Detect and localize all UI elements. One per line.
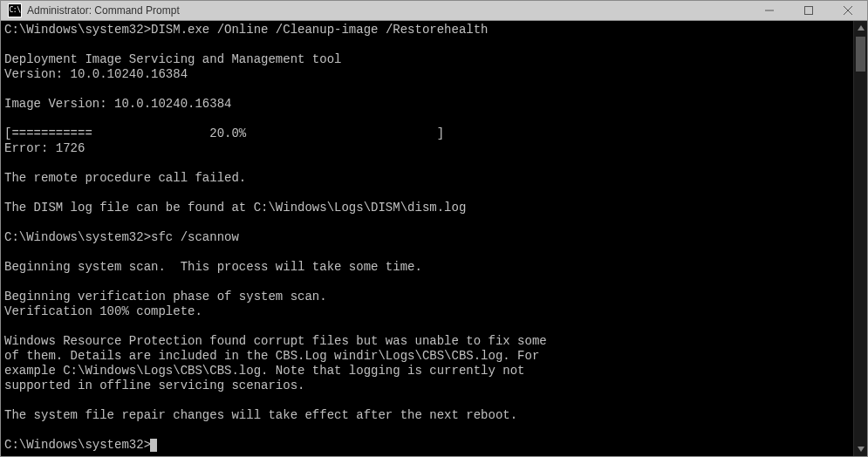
console-line: Beginning verification phase of system s… — [4, 290, 850, 304]
console-line: Windows Resource Protection found corrup… — [4, 334, 850, 349]
console-line: The remote procedure call failed. — [4, 171, 850, 186]
console-line — [4, 82, 850, 97]
console-line: Deployment Image Servicing and Managemen… — [4, 52, 850, 67]
console-line: The DISM log file can be found at C:\Win… — [4, 201, 850, 215]
prompt-text: C:\Windows\system32> — [4, 230, 151, 244]
console-line: C:\Windows\system32> — [4, 438, 850, 453]
console-line: C:\Windows\system32>DISM.exe /Online /Cl… — [4, 23, 850, 38]
console-line — [4, 38, 850, 52]
console-line — [4, 319, 850, 334]
console-line — [4, 423, 850, 438]
console-line: of them. Details are included in the CBS… — [4, 349, 850, 364]
prompt-text: C:\Windows\system32> — [4, 438, 151, 452]
cmd-icon: C:\ — [8, 3, 22, 17]
console-line: Error: 1726 — [4, 141, 850, 156]
console-line: Image Version: 10.0.10240.16384 — [4, 97, 850, 112]
maximize-button[interactable] — [789, 1, 828, 20]
scroll-up-icon[interactable] — [854, 21, 867, 35]
window-controls — [749, 1, 867, 20]
console-line: Beginning system scan. This process will… — [4, 260, 850, 275]
console-line — [4, 275, 850, 290]
console-line: The system file repair changes will take… — [4, 408, 850, 423]
minimize-button[interactable] — [749, 1, 789, 20]
console-line: [=========== 20.0% ] — [4, 126, 850, 141]
console-output[interactable]: C:\Windows\system32>DISM.exe /Online /Cl… — [1, 21, 853, 456]
console-area: C:\Windows\system32>DISM.exe /Online /Cl… — [1, 21, 867, 456]
console-line: supported in offline servicing scenarios… — [4, 379, 850, 393]
console-line — [4, 156, 850, 171]
text-cursor — [150, 439, 157, 452]
command-text: sfc /scannow — [151, 230, 239, 244]
prompt-text: C:\Windows\system32> — [4, 23, 151, 37]
console-line — [4, 245, 850, 260]
console-line: example C:\Windows\Logs\CBS\CBS.log. Not… — [4, 364, 850, 379]
console-line — [4, 215, 850, 230]
console-line: Verification 100% complete. — [4, 304, 850, 319]
console-line — [4, 112, 850, 126]
scroll-down-icon[interactable] — [854, 442, 867, 456]
console-line: C:\Windows\system32>sfc /scannow — [4, 230, 850, 245]
svg-rect-1 — [804, 7, 812, 15]
scroll-thumb[interactable] — [856, 37, 865, 72]
console-line — [4, 186, 850, 201]
console-line — [4, 393, 850, 408]
window-title: Administrator: Command Prompt — [27, 4, 749, 17]
command-prompt-window: C:\ Administrator: Command Prompt C:\Win… — [0, 0, 868, 457]
vertical-scrollbar[interactable] — [853, 21, 867, 456]
console-line: Version: 10.0.10240.16384 — [4, 67, 850, 82]
close-button[interactable] — [828, 1, 867, 20]
command-text: DISM.exe /Online /Cleanup-image /Restore… — [151, 23, 488, 37]
titlebar[interactable]: C:\ Administrator: Command Prompt — [1, 1, 867, 21]
